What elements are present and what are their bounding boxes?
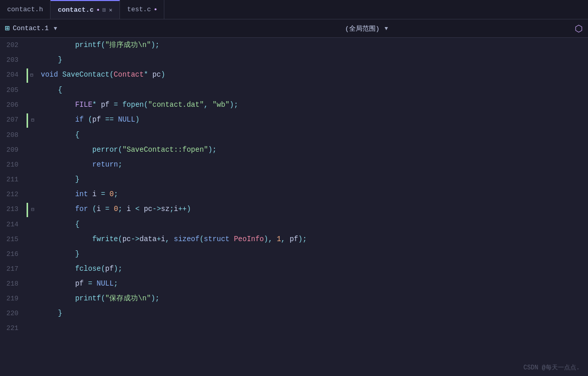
line-num-207: 207: [0, 113, 27, 127]
code-content-208: {: [37, 128, 588, 142]
code-line-209: 209 perror("SaveContact::fopen");: [0, 143, 588, 157]
symbol-left-label: Contact.1: [13, 25, 48, 32]
code-content-209: perror("SaveContact::fopen");: [37, 143, 588, 157]
gutter-204: ⊟: [27, 68, 37, 83]
code-line-216: 216 }: [0, 247, 588, 262]
code-content-221: [37, 321, 588, 335]
line-num-215: 215: [0, 232, 27, 247]
code-content-210: return;: [37, 157, 588, 172]
line-num-211: 211: [0, 173, 27, 187]
code-content-211: }: [37, 172, 588, 186]
code-content-206: FILE* pf = fopen("contact.dat", "wb");: [37, 98, 588, 112]
symbol-right-dropdown[interactable]: ▼: [385, 26, 388, 32]
line-num-213: 213: [0, 202, 27, 217]
line-num-216: 216: [0, 247, 27, 262]
symbol-left-dropdown[interactable]: ▼: [54, 26, 57, 32]
code-line-211: 211 }: [0, 172, 588, 187]
symbol-right-label: (全局范围): [345, 24, 380, 33]
code-content-218: pf = NULL;: [37, 276, 588, 291]
tab-contact-c-modified: ●: [96, 8, 99, 13]
code-line-213: 213 ⊟ for (i = 0; i < pc->sz;i++): [0, 202, 588, 217]
symbol-right[interactable]: (全局范围) ▼: [158, 24, 575, 33]
code-content-205: {: [37, 83, 588, 97]
code-content-215: fwrite(pc->data+i, sizeof(struct PeoInfo…: [37, 232, 588, 246]
code-content-214: {: [37, 217, 588, 231]
code-line-221: 221: [0, 321, 588, 336]
tab-contact-h-label: contact.h: [7, 6, 43, 13]
code-line-218: 218 pf = NULL;: [0, 276, 588, 291]
tab-contact-h[interactable]: contact.h: [0, 0, 51, 19]
line-num-218: 218: [0, 277, 27, 291]
line-num-204: 204: [0, 68, 27, 82]
line-num-203: 203: [0, 53, 27, 67]
tab-bar: contact.h contact.c ● ⊞ ✕ test.c ●: [0, 0, 588, 19]
gutter-207: ⊟: [27, 113, 37, 128]
code-line-208: 208 {: [0, 128, 588, 143]
code-content-207: if (pf == NULL): [37, 112, 588, 127]
code-line-220: 220 }: [0, 306, 588, 321]
line-num-208: 208: [0, 128, 27, 143]
code-line-217: 217 fclose(pf);: [0, 262, 588, 276]
symbol-left-icon: ⊞: [5, 24, 10, 33]
code-content-204: void SaveContact(Contact* pc): [37, 67, 588, 82]
code-line-202: 202 printf("排序成功\n");: [0, 38, 588, 53]
line-num-217: 217: [0, 262, 27, 276]
code-line-207: 207 ⊟ if (pf == NULL): [0, 112, 588, 128]
symbol-bar: ⊞ Contact.1 ▼ (全局范围) ▼ ⬡: [0, 19, 588, 38]
code-content-212: int i = 0;: [37, 187, 588, 201]
code-content-217: fclose(pf);: [37, 262, 588, 276]
tab-contact-c-x[interactable]: ✕: [109, 7, 112, 13]
line-num-219: 219: [0, 292, 27, 306]
watermark: CSDN @每天一点点.: [524, 363, 580, 372]
line-num-206: 206: [0, 98, 27, 112]
code-content-213: for (i = 0; i < pc->sz;i++): [37, 202, 588, 216]
tab-test-c-label: test.c: [127, 6, 151, 13]
code-content-202: printf("排序成功\n");: [37, 38, 588, 52]
tab-contact-c-label: contact.c: [58, 6, 93, 14]
gutter-213: ⊟: [27, 203, 37, 217]
code-line-215: 215 fwrite(pc->data+i, sizeof(struct Peo…: [0, 232, 588, 247]
code-line-210: 210 return;: [0, 157, 588, 172]
fold-213[interactable]: ⊟: [31, 203, 34, 217]
symbol-3d-icon: ⬡: [575, 23, 583, 34]
code-area: 202 printf("排序成功\n"); 203 } 204 ⊟ void S…: [0, 38, 588, 376]
line-num-212: 212: [0, 187, 27, 202]
symbol-left[interactable]: ⊞ Contact.1 ▼: [5, 24, 158, 33]
line-num-205: 205: [0, 83, 27, 98]
line-num-214: 214: [0, 218, 27, 232]
line-num-221: 221: [0, 321, 27, 336]
code-line-212: 212 int i = 0;: [0, 187, 588, 202]
tab-test-c[interactable]: test.c ●: [120, 0, 164, 19]
fold-207[interactable]: ⊟: [31, 113, 34, 128]
line-num-202: 202: [0, 38, 27, 53]
tab-test-c-modified: ●: [154, 7, 157, 12]
line-num-220: 220: [0, 307, 27, 321]
line-num-209: 209: [0, 143, 27, 157]
code-line-204: 204 ⊟ void SaveContact(Contact* pc): [0, 67, 588, 83]
line-num-210: 210: [0, 158, 27, 172]
code-content-220: }: [37, 306, 588, 320]
code-content-219: printf("保存成功\n");: [37, 291, 588, 306]
code-line-205: 205 {: [0, 83, 588, 98]
code-line-203: 203 }: [0, 53, 588, 67]
tab-contact-c[interactable]: contact.c ● ⊞ ✕: [51, 0, 120, 19]
code-line-219: 219 printf("保存成功\n");: [0, 291, 588, 306]
tab-contact-c-close[interactable]: ⊞: [103, 7, 106, 13]
fold-204[interactable]: ⊟: [30, 68, 33, 83]
code-content-216: }: [37, 247, 588, 261]
code-line-214: 214 {: [0, 217, 588, 232]
code-content-203: }: [37, 53, 588, 67]
code-line-206: 206 FILE* pf = fopen("contact.dat", "wb"…: [0, 98, 588, 112]
